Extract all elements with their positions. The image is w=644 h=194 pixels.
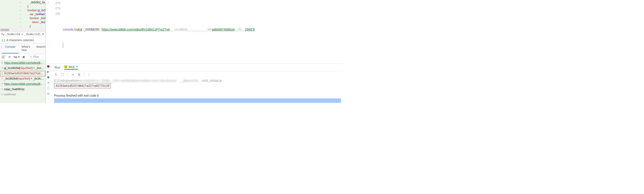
run-output[interactable]: E:\Coding\webstorm nroioct'ini in / 'ibu…: [52, 78, 343, 103]
trash-icon[interactable]: 🗑: [77, 73, 81, 76]
soft-wrap-icon[interactable]: ⇥: [70, 73, 74, 76]
scroll-thumb[interactable]: [0, 29, 9, 31]
editor-fold-gutter: ›: [46, 0, 51, 63]
run-config-tab[interactable]: JS aa.js ✕: [64, 65, 78, 70]
debug-icon[interactable]: 🐞: [46, 65, 50, 68]
param-hint: _0x59dc58:: [83, 28, 100, 31]
live-expression-icon[interactable]: ◉: [22, 55, 26, 59]
tab-overflow-left[interactable]: ⋮: [0, 43, 2, 53]
rerun-icon[interactable]: ↻: [54, 73, 58, 76]
close-tab-icon[interactable]: ✕: [76, 65, 78, 68]
diff-code-lines: – _0x5281(_0x20598fa, _0x– }– function g…: [0, 0, 45, 28]
horizontal-scrollbar[interactable]: [0, 28, 45, 31]
braces-icon: { }: [2, 38, 5, 42]
console-filter[interactable]: ▽ Filter: [28, 54, 44, 59]
selection-count-label: 9 characters selected: [6, 38, 34, 42]
filter-icon: ▽: [30, 55, 32, 58]
sidebar-toggle-icon[interactable]: ▸: [1, 55, 5, 59]
terminal-icon[interactable]: ⧉: [47, 92, 49, 96]
structure-icon[interactable]: ⬢: [47, 76, 50, 79]
selection-info-bar: { } 9 characters selected: [0, 37, 45, 43]
console-output[interactable]: <'https://www.bilibili.com/video/BV1d841…: [0, 60, 45, 103]
code-search-input[interactable]: [6, 33, 44, 36]
devtools-tabs: ⋮ Console What's new Search Autofill: [0, 43, 45, 54]
run-button-icon[interactable]: ▶: [47, 70, 49, 73]
exit-message: Process finished with exit code 0: [54, 93, 341, 98]
stop-icon[interactable]: [61, 73, 64, 76]
editor-line-numbers: 278 279 280: [51, 0, 62, 63]
tab-console[interactable]: Console: [2, 43, 18, 53]
context-selector[interactable]: top ▾: [14, 55, 20, 58]
run-tab-label[interactable]: Run: [54, 64, 61, 70]
match-case-icon[interactable]: AB: [1, 32, 4, 36]
editor-content[interactable]: console.log(g( _0x59dc58: 'https://www.b…: [62, 0, 343, 63]
tab-whatsnew[interactable]: What's new: [18, 43, 33, 53]
run-tool-window: 🐞 ▶ ⬢ ≋ ⬡ ⧉ Run JS aa.js ✕ ↻: [46, 63, 343, 103]
layers-icon[interactable]: ≋: [47, 81, 50, 84]
clear-console-icon[interactable]: ⊘: [8, 55, 12, 59]
code-editor[interactable]: › 278 279 280 console.log(g( _0x59dc58: …: [46, 0, 343, 63]
console-toolbar: ▸ ⊘ top ▾ ◉ ▽ Filter: [0, 54, 45, 60]
output-hash: 82293a41d5207d8427a227caf2770128: [54, 83, 111, 88]
terminal-selection: [54, 98, 341, 103]
js-file-icon: JS: [64, 65, 67, 68]
run-toolbar: ↻ ⇥ 🗑 ⋮: [52, 71, 343, 78]
code-search-bar: AB: [0, 31, 45, 37]
services-icon[interactable]: ⬡: [47, 87, 50, 90]
filter-placeholder: Filter: [33, 55, 39, 58]
more-icon[interactable]: ⋮: [87, 73, 90, 76]
run-tabs-bar: Run JS aa.js ✕: [52, 64, 343, 71]
